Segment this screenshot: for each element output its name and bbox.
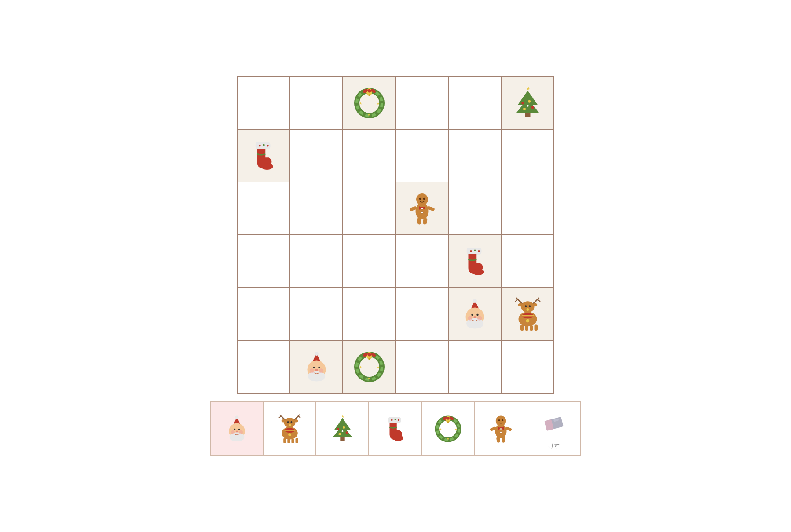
toolbar-item-reindeer[interactable]: [264, 402, 316, 455]
svg-text:★: ★: [367, 376, 370, 380]
grid-cell-0-4[interactable]: [449, 77, 502, 130]
grid-cell-3-1[interactable]: [290, 235, 343, 288]
toolbar-item-wreath[interactable]: ★ ★ ★: [422, 402, 475, 455]
svg-point-72: [526, 308, 529, 311]
svg-point-143: [398, 419, 399, 421]
grid-cell-2-5[interactable]: [502, 182, 554, 235]
svg-point-17: [521, 102, 524, 104]
toolbar-item-eraser[interactable]: けす: [527, 402, 580, 455]
svg-point-105: [238, 428, 240, 430]
svg-point-159: [495, 424, 506, 438]
toolbar-santa-icon: [220, 412, 253, 445]
grid-cell-4-0[interactable]: [238, 288, 290, 341]
svg-point-117: [281, 419, 285, 423]
grid-cell-4-3[interactable]: [396, 288, 449, 341]
svg-point-62: [518, 303, 523, 306]
toolbar-item-gingerbread[interactable]: [475, 402, 527, 455]
svg-point-44: [478, 250, 480, 252]
svg-text:★: ★: [439, 427, 441, 430]
svg-point-81: [318, 366, 320, 368]
svg-point-118: [294, 419, 298, 423]
grid-cell-1-0[interactable]: [238, 130, 290, 182]
svg-line-115: [298, 415, 300, 416]
grid-cell-2-4[interactable]: [449, 182, 502, 235]
toolbar-item-santa[interactable]: [211, 402, 264, 455]
svg-point-33: [419, 197, 421, 200]
grid-cell-3-0[interactable]: [238, 235, 290, 288]
svg-rect-122: [291, 438, 294, 443]
grid-cell-3-2[interactable]: [343, 235, 396, 288]
toolbar-eraser-icon: [538, 408, 571, 441]
stocking-icon: [457, 244, 492, 279]
grid-cell-2-1[interactable]: [290, 182, 343, 235]
svg-rect-120: [283, 438, 286, 443]
toolbar-stocking-icon: [379, 412, 412, 445]
grid-cell-5-0[interactable]: [238, 341, 290, 394]
grid-cell-1-4[interactable]: [449, 130, 502, 182]
grid-cell-5-3[interactable]: [396, 341, 449, 394]
svg-point-43: [474, 249, 476, 251]
svg-point-170: [500, 431, 502, 433]
svg-point-53: [468, 316, 472, 321]
svg-point-69: [524, 305, 527, 307]
svg-point-7: [368, 94, 370, 96]
grid-cell-4-5[interactable]: [502, 288, 554, 341]
svg-point-169: [500, 428, 502, 430]
svg-point-21: [527, 105, 529, 107]
grid-cell-2-3[interactable]: [396, 182, 449, 235]
svg-line-112: [279, 415, 281, 416]
svg-point-138: [341, 430, 343, 432]
grid-cell-0-0[interactable]: [238, 77, 290, 130]
toolbar-wreath-icon: ★ ★ ★: [432, 412, 465, 445]
grid-cell-2-0[interactable]: [238, 182, 290, 235]
toolbar: ★: [210, 401, 581, 456]
grid-cell-5-4[interactable]: [449, 341, 502, 394]
grid-cell-4-1[interactable]: [290, 288, 343, 341]
svg-point-63: [532, 303, 537, 306]
svg-point-154: [447, 417, 450, 420]
svg-point-164: [498, 419, 500, 421]
grid-cell-5-1[interactable]: [290, 341, 343, 394]
svg-point-93: [368, 358, 370, 360]
svg-rect-67: [530, 325, 533, 331]
svg-point-134: [337, 427, 339, 430]
svg-point-28: [415, 203, 428, 219]
svg-rect-66: [525, 325, 528, 331]
wreath-icon: ★ ★ ★: [352, 85, 387, 120]
grid-cell-1-5[interactable]: [502, 130, 554, 182]
grid-cell-4-2[interactable]: [343, 288, 396, 341]
svg-point-109: [239, 430, 243, 434]
svg-point-136: [345, 431, 348, 434]
grid-cell-0-1[interactable]: [290, 77, 343, 130]
svg-point-26: [267, 145, 269, 147]
svg-point-34: [423, 197, 425, 200]
grid-cell-3-5[interactable]: [502, 235, 554, 288]
svg-point-24: [259, 145, 261, 147]
grid-cell-1-1[interactable]: [290, 130, 343, 182]
svg-point-104: [234, 428, 235, 430]
grid-cell-4-4[interactable]: [449, 288, 502, 341]
svg-point-75: [526, 319, 529, 322]
grid-cell-5-2[interactable]: ★ ★ ★: [343, 341, 396, 394]
svg-point-70: [528, 305, 531, 307]
toolbar-item-stocking[interactable]: [369, 402, 422, 455]
svg-point-130: [288, 433, 291, 436]
svg-text:★: ★: [526, 85, 530, 91]
svg-point-20: [523, 108, 526, 110]
grid-cell-0-2[interactable]: ★ ★ ★: [343, 77, 396, 130]
grid-cell-5-5[interactable]: [502, 341, 554, 394]
toolbar-item-tree[interactable]: ★: [316, 402, 369, 455]
svg-point-151: [447, 421, 449, 423]
grid-cell-1-3[interactable]: [396, 130, 449, 182]
grid-cell-2-2[interactable]: [343, 182, 396, 235]
grid-cell-1-2[interactable]: [343, 130, 396, 182]
grid-cell-3-4[interactable]: [449, 235, 502, 288]
grid-cell-0-3[interactable]: [396, 77, 449, 130]
svg-point-38: [421, 208, 423, 210]
grid-cell-3-3[interactable]: [396, 235, 449, 288]
svg-point-141: [391, 419, 392, 421]
grid-cell-0-5[interactable]: ★: [502, 77, 554, 130]
svg-point-78: [315, 352, 319, 356]
puzzle-container: ★ ★ ★ ★: [197, 63, 594, 469]
svg-rect-16: [525, 113, 530, 117]
